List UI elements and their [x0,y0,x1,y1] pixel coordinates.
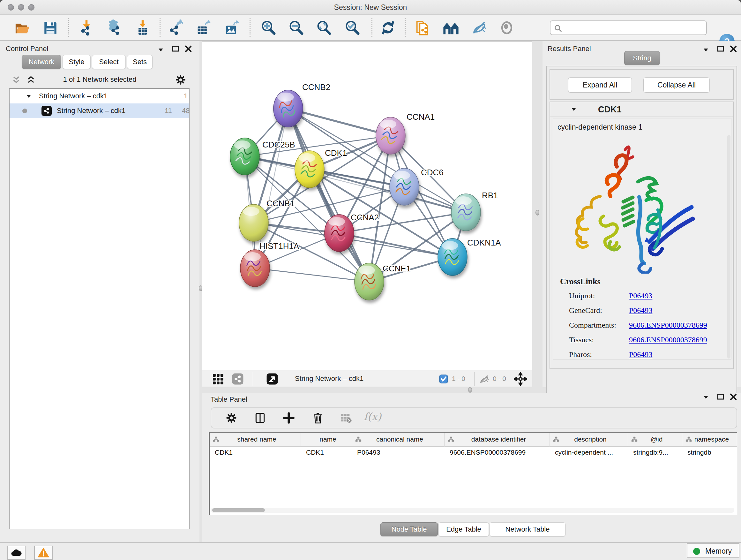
tab-network[interactable]: Network [22,55,61,69]
zoom-selected-button[interactable] [343,19,361,37]
crosslink-link[interactable]: P06493 [629,292,652,300]
save-session-button[interactable] [42,19,59,37]
network-collection-row[interactable]: String Network – cdk1 1 [10,89,189,104]
gene-card-header[interactable]: CDK1 [550,102,733,117]
float-panel-icon[interactable] [717,393,725,401]
table-cell[interactable]: 9606.ENSP00000378699 [450,449,549,456]
table-options-button[interactable] [225,412,238,424]
panel-menu-icon[interactable] [703,48,709,52]
crosslink-link[interactable]: 9606.ENSP00000378699 [629,335,707,344]
network-node-RB1[interactable]: RB1 [451,191,498,231]
checkbox-icon [439,374,448,383]
network-node-CCNA1[interactable]: CCNA1 [376,112,434,154]
crosslink-link[interactable]: P06493 [629,350,652,359]
hidden-toggle[interactable] [479,374,489,385]
network-row-selected[interactable]: String Network – cdk1 11 48 [10,104,189,118]
column-header-@id[interactable]: @id [628,433,682,447]
network-view-title: String Network – cdk1 [295,374,363,383]
function-builder-button[interactable]: f(x) [364,411,381,423]
float-panel-icon[interactable] [717,45,725,53]
node-label-CDKN1A: CDKN1A [467,238,501,247]
network-node-CCNA2[interactable]: CCNA2 [325,212,379,252]
column-header-name[interactable]: name [301,433,352,447]
expand-all-button[interactable]: Expand All [568,77,632,92]
search-input[interactable] [564,22,705,34]
tab-string[interactable]: String [624,51,660,65]
tab-style[interactable]: Style [63,55,91,69]
float-panel-icon[interactable] [172,45,180,53]
control-panel-title: Control Panel [6,45,48,53]
tab-network-table[interactable]: Network Table [489,522,565,537]
results-scrollbar[interactable] [727,135,731,359]
show-all-button[interactable] [498,19,516,37]
column-header-namespace[interactable]: namespace [682,433,738,447]
table-cell[interactable]: cyclin-dependent ... [555,449,627,456]
panel-menu-icon[interactable] [703,395,709,400]
hide-selected-button[interactable] [470,19,488,37]
open-in-window-button[interactable] [266,373,278,385]
clone-network-button[interactable] [414,19,431,37]
memory-button[interactable]: Memory [687,543,739,558]
close-panel-icon[interactable] [730,45,737,53]
left-splitter[interactable] [199,41,202,542]
collapse-caret-icon[interactable] [571,107,577,112]
network-options-gear-icon[interactable] [175,74,186,85]
collection-caret-icon[interactable] [26,94,31,98]
network-node-CCNE1[interactable]: CCNE1 [354,263,411,300]
network-node-CCNB1[interactable]: CCNB1 [239,199,294,241]
export-network-button[interactable] [167,19,185,37]
column-header-database-identifier[interactable]: database identifier [445,433,550,447]
network-node-CDKN1A[interactable]: CDKN1A [438,238,501,275]
warnings-button[interactable] [34,546,53,560]
cloud-status-button[interactable] [7,546,25,560]
import-table-file-button[interactable] [134,19,151,37]
delete-column-button[interactable] [312,412,324,424]
node-label-CCNE1: CCNE1 [383,264,411,273]
scrollbar-thumb[interactable] [212,508,265,512]
crosslink-link[interactable]: 9606.ENSP00000378699 [629,321,707,329]
network-node-CDC25B[interactable]: CDC25B [230,138,295,175]
network-selection-status: 1 of 1 Network selected [0,75,199,84]
zoom-fit-button[interactable] [315,19,333,37]
tab-node-table[interactable]: Node Table [381,522,438,537]
export-table-button[interactable] [194,19,212,37]
table-cell[interactable]: CDK1 [215,449,300,456]
tab-sets[interactable]: Sets [127,55,152,69]
column-header-shared-name[interactable]: shared name [210,433,301,447]
close-panel-icon[interactable] [730,393,737,401]
table-cell[interactable]: stringdb [687,449,737,456]
open-session-button[interactable] [13,19,31,37]
refresh-view-button[interactable] [379,19,397,37]
table-cell[interactable]: P06493 [357,449,443,456]
add-column-button[interactable] [283,412,295,424]
network-canvas[interactable]: CCNB2CCNA1CDC25BCDK1CDC6RB1CCNB1CCNA2CDK… [202,42,532,370]
close-panel-icon[interactable] [185,45,192,53]
import-network-file-button[interactable] [77,19,95,37]
collapse-all-button[interactable]: Collapse All [643,77,710,92]
gene-name: CDK1 [598,105,622,115]
network-node-HIST1H1A[interactable]: HIST1H1A [240,241,299,287]
panel-menu-icon[interactable] [158,48,164,52]
crosslink-link[interactable]: P06493 [629,306,652,315]
bottom-splitter-handle[interactable] [468,387,472,393]
table-cell[interactable]: CDK1 [306,449,351,456]
tab-edge-table[interactable]: Edge Table [439,522,489,537]
grid-view-button[interactable] [212,373,224,385]
delete-table-button-disabled[interactable] [340,412,352,424]
network-node-CCNB2[interactable]: CCNB2 [273,82,330,127]
column-header-canonical-name[interactable]: canonical name [352,433,445,447]
zoom-out-button[interactable] [287,19,305,37]
table-cell[interactable]: stringdb:9... [633,449,681,456]
tab-select[interactable]: Select [92,55,126,69]
import-network-database-button[interactable] [105,19,122,37]
column-header-label: name [301,435,352,443]
birds-eye-toggle[interactable] [514,372,527,386]
string-style-button[interactable] [232,373,244,385]
first-neighbors-button[interactable] [442,19,460,37]
zoom-in-button[interactable] [259,19,277,37]
column-header-description[interactable]: description [550,433,628,447]
export-image-button[interactable] [223,19,241,37]
selected-checkbox[interactable] [439,374,448,383]
show-columns-button[interactable] [254,412,266,424]
right-splitter-handle[interactable] [536,210,539,215]
